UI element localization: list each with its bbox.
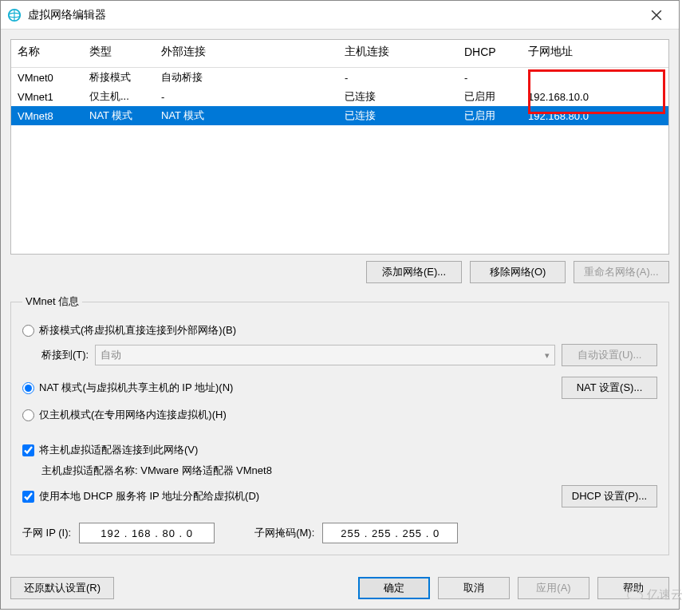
bridged-radio-row[interactable]: 桥接模式(将虚拟机直接连接到外部网络)(B): [22, 323, 657, 338]
cell-host: 已连接: [338, 106, 458, 125]
vmnet-legend: VMnet 信息: [22, 294, 82, 309]
titlebar: 虚拟网络编辑器: [1, 1, 679, 30]
cell-dhcp: -: [458, 68, 522, 88]
cell-subnet: 192.168.10.0: [522, 87, 668, 106]
cell-ext: 自动桥接: [155, 68, 338, 88]
hostonly-label: 仅主机模式(在专用网络内连接虚拟机)(H): [39, 408, 227, 422]
col-ext[interactable]: 外部连接: [155, 40, 338, 68]
restore-defaults-button[interactable]: 还原默认设置(R): [10, 577, 114, 599]
add-network-button[interactable]: 添加网络(E)...: [366, 261, 462, 283]
network-buttons-row: 添加网络(E)... 移除网络(O) 重命名网络(A)...: [10, 261, 669, 283]
use-dhcp-checkbox[interactable]: [22, 491, 34, 503]
bridged-label: 桥接模式(将虚拟机直接连接到外部网络)(B): [39, 323, 236, 338]
auto-settings-button: 自动设置(U)...: [562, 344, 657, 366]
subnet-mask-label: 子网掩码(M):: [254, 526, 314, 540]
cell-host: -: [338, 68, 458, 88]
cell-ext: NAT 模式: [155, 106, 338, 125]
cell-dhcp: 已启用: [458, 106, 522, 125]
connect-host-row[interactable]: 将主机虚拟适配器连接到此网络(V): [22, 443, 657, 457]
nat-radio-row[interactable]: NAT 模式(与虚拟机共享主机的 IP 地址)(N): [22, 381, 557, 395]
hostonly-radio-row[interactable]: 仅主机模式(在专用网络内连接虚拟机)(H): [22, 408, 657, 422]
nat-settings-button[interactable]: NAT 设置(S)...: [562, 377, 657, 399]
apply-button: 应用(A): [518, 577, 589, 599]
cell-name: VMnet0: [11, 68, 83, 88]
col-host[interactable]: 主机连接: [338, 40, 458, 68]
cell-host: 已连接: [338, 87, 458, 106]
dhcp-settings-button[interactable]: DHCP 设置(P)...: [562, 485, 657, 507]
cell-ext: -: [155, 87, 338, 106]
cell-name: VMnet8: [11, 106, 83, 125]
dialog-footer: 还原默认设置(R) 确定 取消 应用(A) 帮助: [10, 577, 669, 599]
remove-network-button[interactable]: 移除网络(O): [470, 261, 566, 283]
ok-button[interactable]: 确定: [358, 577, 430, 599]
cancel-button[interactable]: 取消: [438, 577, 510, 599]
vmnet-info-group: VMnet 信息 桥接模式(将虚拟机直接连接到外部网络)(B) 桥接到(T): …: [10, 294, 669, 555]
connect-host-label: 将主机虚拟适配器连接到此网络(V): [39, 443, 198, 457]
subnet-ip-label: 子网 IP (I):: [22, 526, 71, 540]
bridge-to-value: 自动: [101, 348, 121, 362]
hostonly-radio[interactable]: [22, 409, 34, 421]
content: 名称 类型 外部连接 主机连接 DHCP 子网地址 VMnet0 桥接模式 自动…: [1, 30, 679, 565]
bridge-to-label: 桥接到(T):: [41, 348, 89, 362]
cell-dhcp: 已启用: [458, 87, 522, 106]
cell-type: 仅主机...: [83, 87, 155, 106]
table-row[interactable]: VMnet0 桥接模式 自动桥接 - -: [11, 68, 668, 88]
chevron-down-icon: ▾: [545, 350, 550, 361]
virtual-network-editor-window: 虚拟网络编辑器 名称 类型 外部连接 主机连接 DHCP 子网地址: [0, 0, 680, 610]
cell-subnet: [522, 68, 668, 88]
cell-type: NAT 模式: [83, 106, 155, 125]
nat-label: NAT 模式(与虚拟机共享主机的 IP 地址)(N): [39, 381, 233, 395]
use-dhcp-row: 使用本地 DHCP 服务将 IP 地址分配给虚拟机(D) DHCP 设置(P).…: [22, 483, 657, 510]
use-dhcp-label: 使用本地 DHCP 服务将 IP 地址分配给虚拟机(D): [39, 489, 259, 503]
use-dhcp-check-row[interactable]: 使用本地 DHCP 服务将 IP 地址分配给虚拟机(D): [22, 489, 557, 503]
cell-subnet: 192.168.80.0: [522, 106, 668, 125]
col-name[interactable]: 名称: [11, 40, 83, 68]
help-button[interactable]: 帮助: [597, 577, 669, 599]
host-adapter-name: 主机虚拟适配器名称: VMware 网络适配器 VMnet8: [41, 464, 657, 478]
table-row-selected[interactable]: VMnet8 NAT 模式 NAT 模式 已连接 已启用 192.168.80.…: [11, 106, 668, 125]
bridged-radio[interactable]: [22, 325, 34, 337]
subnet-mask-input[interactable]: 255 . 255 . 255 . 0: [322, 523, 458, 543]
window-title: 虚拟网络编辑器: [28, 8, 641, 22]
cell-name: VMnet1: [11, 87, 83, 106]
rename-network-button: 重命名网络(A)...: [574, 261, 669, 283]
table-row[interactable]: VMnet1 仅主机... - 已连接 已启用 192.168.10.0: [11, 87, 668, 106]
col-type[interactable]: 类型: [83, 40, 155, 68]
col-dhcp[interactable]: DHCP: [458, 40, 522, 68]
cell-type: 桥接模式: [83, 68, 155, 88]
bridge-to-select: 自动 ▾: [95, 345, 555, 365]
subnet-row: 子网 IP (I): 192 . 168 . 80 . 0 子网掩码(M): 2…: [22, 523, 657, 543]
connect-host-checkbox[interactable]: [22, 444, 34, 456]
nat-radio[interactable]: [22, 382, 34, 394]
bridge-to-row: 桥接到(T): 自动 ▾ 自动设置(U)...: [41, 344, 657, 366]
col-subnet[interactable]: 子网地址: [522, 40, 668, 68]
table-header-row: 名称 类型 外部连接 主机连接 DHCP 子网地址: [11, 40, 668, 68]
subnet-ip-input[interactable]: 192 . 168 . 80 . 0: [79, 523, 215, 543]
app-icon: [7, 8, 22, 22]
nat-row: NAT 模式(与虚拟机共享主机的 IP 地址)(N) NAT 设置(S)...: [22, 374, 657, 401]
close-button[interactable]: [641, 4, 672, 26]
network-table: 名称 类型 外部连接 主机连接 DHCP 子网地址 VMnet0 桥接模式 自动…: [10, 39, 669, 255]
